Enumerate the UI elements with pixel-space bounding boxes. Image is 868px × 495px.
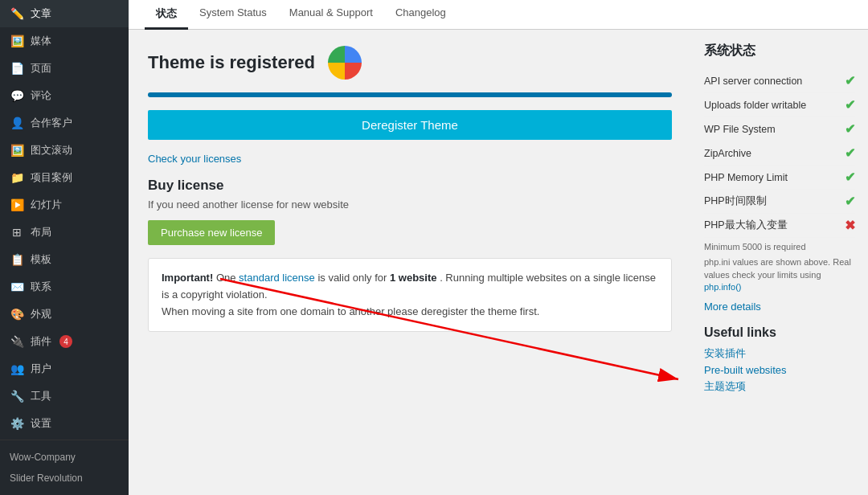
sys-item-label-0: API server connection [704,76,802,87]
buy-license-desc: If you need another license for new webs… [148,198,672,211]
useful-links-title: Useful links [704,325,855,340]
main-area: 状态System StatusManual & SupportChangelog… [129,0,868,495]
sidebar-item-5[interactable]: 🖼️ 图文滚动 [0,137,129,164]
sys-php-note: php.ini values are shown above. Real val… [704,256,855,293]
sidebar-label-5: 图文滚动 [31,143,72,158]
sidebar-label-0: 文章 [31,6,51,21]
important-bold-label: Important! [162,272,213,284]
sidebar-item-4[interactable]: 👤 合作客户 [0,109,129,137]
sidebar-label-15: 设置 [31,416,51,431]
sidebar-label-14: 工具 [31,389,51,403]
sidebar-label-12: 插件 [31,334,51,349]
sidebar-item-15[interactable]: ⚙️ 设置 [0,410,129,437]
sidebar-icon-7: ▶️ [10,198,24,212]
sys-item-4: PHP Memory Limit ✔ [704,166,855,190]
check-licenses-link[interactable]: Check your licenses [148,153,672,165]
sidebar: ✏️ 文章 🖼️ 媒体 📄 页面 💬 评论 👤 合作客户 🖼️ 图文滚动 📁 项… [0,0,129,495]
sys-status-title: 系统状态 [704,43,855,59]
sidebar-icon-1: 🖼️ [10,34,24,48]
sidebar-label-2: 页面 [31,61,51,76]
sys-item-label-1: Uploads folder writable [704,100,806,111]
progress-bar-container [148,92,672,97]
sidebar-label-7: 幻灯片 [31,198,62,212]
sidebar-icon-11: 🎨 [10,307,24,321]
important-text-4: When moving a site from one domain to an… [162,304,658,321]
sys-item-label-4: PHP Memory Limit [704,172,788,183]
sidebar-item-0[interactable]: ✏️ 文章 [0,0,129,27]
sys-item-0: API server connection ✔ [704,69,855,93]
sys-item-label-6: PHP最大输入变量 [704,219,788,232]
important-text-2: is valid only for [317,272,390,284]
sidebar-item-11[interactable]: 🎨 外观 [0,301,129,328]
sys-item-1: Uploads folder writable ✔ [704,93,855,117]
sidebar-item-3[interactable]: 💬 评论 [0,82,129,109]
useful-link-0[interactable]: 安装插件 [704,346,855,361]
sidebar-icon-8: ⊞ [10,225,24,239]
sys-item-status-0: ✔ [845,73,855,88]
php-info-link[interactable]: php.info() [704,282,741,292]
standard-license-link[interactable]: standard license [239,272,315,284]
sidebar-item-10[interactable]: ✉️ 联系 [0,273,129,301]
sidebar-label-1: 媒体 [31,34,51,48]
sys-item-status-5: ✔ [845,194,855,209]
sidebar-icon-6: 📁 [10,170,24,185]
sys-item-status-6: ✖ [845,218,855,233]
sidebar-label-4: 合作客户 [31,116,72,130]
sidebar-item-2[interactable]: 📄 页面 [0,55,129,82]
content-area: Theme is registered Deregister Theme Che… [129,30,868,495]
sidebar-item-13[interactable]: 👥 用户 [0,355,129,382]
deregister-theme-button[interactable]: Deregister Theme [148,110,672,140]
more-details-link[interactable]: More details [704,301,855,313]
purchase-new-license-button[interactable]: Purchase new license [148,220,275,245]
useful-link-2[interactable]: 主题选项 [704,379,855,394]
sys-item-2: WP File System ✔ [704,117,855,141]
tab-3[interactable]: Changelog [384,0,457,30]
sys-item-status-4: ✔ [845,170,855,185]
system-status-sidebar: 系统状态 API server connection ✔ Uploads fol… [691,30,868,495]
sidebar-item-7[interactable]: ▶️ 幻灯片 [0,191,129,219]
sidebar-footer-slider[interactable]: Slider Revolution [0,468,129,489]
sidebar-item-1[interactable]: 🖼️ 媒体 [0,27,129,55]
sidebar-icon-2: 📄 [10,61,24,76]
sys-item-label-3: ZipArchive [704,148,751,159]
theme-logo-icon [328,46,362,80]
tab-0[interactable]: 状态 [145,0,188,30]
sidebar-label-3: 评论 [31,88,51,103]
tab-1[interactable]: System Status [188,0,278,30]
sidebar-item-14[interactable]: 🔧 工具 [0,382,129,410]
sidebar-item-9[interactable]: 📋 模板 [0,246,129,273]
sidebar-icon-3: 💬 [10,88,24,103]
sidebar-icon-13: 👥 [10,362,24,376]
sidebar-label-8: 布局 [31,225,51,239]
buy-license-title: Buy license [148,178,672,194]
sidebar-item-8[interactable]: ⊞ 布局 [0,219,129,246]
progress-bar-fill [148,92,672,97]
sidebar-icon-9: 📋 [10,252,24,267]
tabs-bar: 状态System StatusManual & SupportChangelog [129,0,868,30]
sidebar-label-10: 联系 [31,280,51,294]
important-text-1: One [216,272,239,284]
sys-item-status-3: ✔ [845,145,855,161]
sidebar-badge-12: 4 [59,335,72,348]
sys-item-status-2: ✔ [845,121,855,137]
sidebar-footer-wow[interactable]: Wow-Company [0,447,129,468]
sys-item-3: ZipArchive ✔ [704,141,855,166]
sidebar-icon-0: ✏️ [10,6,24,21]
sys-item-label-5: PHP时间限制 [704,194,767,208]
important-notice-box: Important! One standard license is valid… [148,258,672,332]
important-one-website: 1 website [390,272,437,284]
sidebar-item-6[interactable]: 📁 项目案例 [0,164,129,191]
sys-item-6: PHP最大输入变量 ✖ [704,214,855,238]
sidebar-label-13: 用户 [31,362,51,376]
sys-item-label-2: WP File System [704,124,776,135]
tab-2[interactable]: Manual & Support [278,0,384,30]
sidebar-icon-14: 🔧 [10,389,24,403]
sidebar-icon-15: ⚙️ [10,416,24,431]
sidebar-item-12[interactable]: 🔌 插件 4 [0,328,129,355]
content-main: Theme is registered Deregister Theme Che… [129,30,691,495]
useful-link-1[interactable]: Pre-built websites [704,364,855,376]
sidebar-icon-4: 👤 [10,116,24,130]
sys-item-status-1: ✔ [845,97,855,112]
sidebar-icon-5: 🖼️ [10,143,24,158]
sidebar-footer: Wow-Company Slider Revolution [0,440,129,495]
